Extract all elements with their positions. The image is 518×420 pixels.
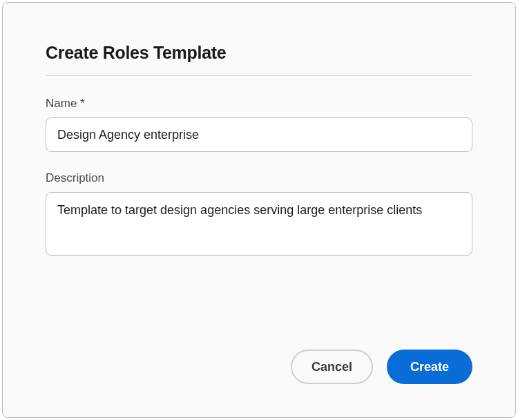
button-row: Cancel Create [46,336,472,384]
name-label: Name * [46,97,472,111]
name-field-group: Name * [46,97,472,152]
cancel-button[interactable]: Cancel [291,350,373,384]
divider [46,75,472,76]
name-input[interactable] [46,117,472,152]
create-roles-template-dialog: Create Roles Template Name * Description… [2,2,516,418]
description-label: Description [46,171,472,185]
dialog-title: Create Roles Template [46,43,472,63]
description-input[interactable]: Template to target design agencies servi… [46,192,472,256]
create-button[interactable]: Create [387,350,472,384]
description-field-group: Description Template to target design ag… [46,171,472,258]
